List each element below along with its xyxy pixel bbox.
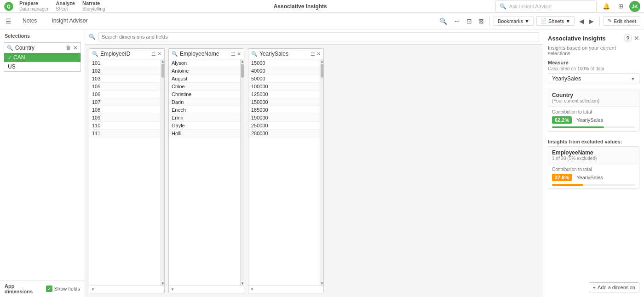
- employee-name-scrollbar[interactable]: ▲ ▼: [240, 59, 244, 286]
- sheets-label: Sheets: [548, 18, 564, 24]
- employee-insight-card: EmployeeName 1 of 20 (5% excluded) Contr…: [548, 146, 639, 189]
- close-panel-button[interactable]: ✕: [634, 34, 639, 42]
- insights-subtitle: Insights based on your current selection…: [548, 45, 639, 56]
- employee-name-table-header: 🔍 EmployeeName ☰ ✕: [169, 49, 244, 59]
- search-dims-input[interactable]: [98, 32, 539, 41]
- employee-id-rows: 101 102 103 105 106 107 108 109 110 111: [89, 59, 161, 286]
- avatar[interactable]: JK: [629, 1, 640, 12]
- smart-search-button[interactable]: 🔍: [437, 17, 449, 26]
- table-row[interactable]: Erinn: [169, 114, 240, 122]
- filter-button[interactable]: ⊡: [465, 17, 474, 26]
- menu-toggle-button[interactable]: ☰: [4, 17, 13, 26]
- field-search-icon: 🔍: [7, 45, 13, 51]
- fullscreen-button[interactable]: ⊠: [477, 17, 486, 26]
- table-search-icon: 🔍: [172, 51, 178, 57]
- table-list-icon-button[interactable]: ☰: [151, 51, 156, 57]
- measure-label: Measure: [548, 60, 639, 65]
- help-button[interactable]: ?: [624, 34, 632, 42]
- search-dims-bar: 🔍: [85, 29, 543, 45]
- sheets-icon: 📄: [540, 18, 547, 24]
- selection-mode-button[interactable]: ↔: [452, 17, 462, 26]
- table-row[interactable]: 103: [89, 75, 161, 83]
- add-dimension-button[interactable]: + Add a dimension: [589, 282, 639, 292]
- scroll-down-button[interactable]: ▼: [320, 281, 323, 286]
- table-list-icon-button[interactable]: ☰: [310, 51, 315, 57]
- notification-button[interactable]: 🔔: [600, 2, 612, 11]
- table-row[interactable]: 150000: [248, 98, 320, 106]
- table-row[interactable]: 125000: [248, 91, 320, 98]
- scroll-up-button[interactable]: ▲: [161, 59, 164, 63]
- edit-sheet-button[interactable]: ✎ Edit sheet: [604, 16, 640, 26]
- list-item[interactable]: US: [4, 62, 80, 71]
- measure-section: Measure Calculated on 100% of data Yearl…: [548, 60, 639, 84]
- measure-dropdown[interactable]: YearlySales ▼: [548, 73, 639, 84]
- show-fields-toggle[interactable]: ✓ Show fields: [46, 286, 80, 292]
- yearly-sales-scrollbar[interactable]: ▲ ▼: [320, 59, 323, 286]
- sheets-dropdown[interactable]: 📄 Sheets ▼: [536, 16, 575, 26]
- contribution-bar: [552, 126, 604, 128]
- employee-name-table-inner: Alyson Antoine August Chloe Christine Da…: [169, 59, 244, 286]
- table-row[interactable]: 109: [89, 114, 161, 122]
- analyze-section: Analyze Sheet: [56, 0, 75, 12]
- field-clear-button[interactable]: 🗑: [66, 45, 71, 51]
- table-row[interactable]: Antoine: [169, 67, 240, 75]
- table-icons: ☰ ✕: [231, 51, 241, 57]
- table-remove-icon-button[interactable]: ✕: [237, 51, 241, 57]
- footer-down-button[interactable]: ▼: [250, 287, 254, 291]
- table-row[interactable]: Christine: [169, 91, 240, 98]
- prev-sheet-button[interactable]: ◀: [577, 17, 586, 26]
- measure-sub: Calculated on 100% of data: [548, 66, 639, 71]
- table-row[interactable]: Alyson: [169, 59, 240, 67]
- field-remove-button[interactable]: ✕: [73, 45, 78, 51]
- selection-field-header: 🔍 Country 🗑 ✕: [4, 43, 80, 53]
- plus-icon: +: [593, 285, 596, 290]
- insight-advisor-bar[interactable]: 🔍 Ask Insight Advisor: [495, 0, 597, 12]
- selection-list: ✓ CAN US: [4, 53, 80, 71]
- table-row[interactable]: 108: [89, 106, 161, 114]
- table-row[interactable]: 280000: [248, 130, 320, 137]
- table-row[interactable]: 100000: [248, 83, 320, 91]
- bookmarks-dropdown[interactable]: Bookmarks ▼: [494, 17, 534, 26]
- yearly-sales-table-header: 🔍 YearlySales ☰ ✕: [248, 49, 323, 59]
- scroll-up-button[interactable]: ▲: [241, 59, 244, 63]
- scroll-down-button[interactable]: ▼: [161, 281, 164, 286]
- table-row[interactable]: Chloe: [169, 83, 240, 91]
- measure-selected: YearlySales: [552, 75, 631, 82]
- table-row[interactable]: Enoch: [169, 106, 240, 114]
- scroll-up-button[interactable]: ▲: [320, 59, 323, 63]
- employee-name-table: 🔍 EmployeeName ☰ ✕ Alyson Antoine August…: [168, 48, 244, 293]
- table-row[interactable]: 102: [89, 67, 161, 75]
- table-row[interactable]: 105: [89, 83, 161, 91]
- table-row[interactable]: 50000: [248, 75, 320, 83]
- table-row[interactable]: 101: [89, 59, 161, 67]
- table-row[interactable]: 185000: [248, 106, 320, 114]
- table-row[interactable]: 107: [89, 98, 161, 106]
- list-item[interactable]: ✓ CAN: [4, 53, 80, 62]
- table-row[interactable]: 15000: [248, 59, 320, 67]
- table-list-icon-button[interactable]: ☰: [231, 51, 236, 57]
- scroll-down-button[interactable]: ▼: [241, 281, 244, 286]
- table-row[interactable]: 250000: [248, 122, 320, 130]
- footer-down-button[interactable]: ▼: [91, 287, 95, 291]
- table-row[interactable]: Gayle: [169, 122, 240, 130]
- tab-insight-advisor[interactable]: Insight Advisor: [46, 16, 93, 27]
- tab-notes[interactable]: Notes: [17, 16, 42, 27]
- table-row[interactable]: 110: [89, 122, 161, 130]
- table-row[interactable]: 106: [89, 91, 161, 98]
- table-row[interactable]: 111: [89, 130, 161, 137]
- footer-down-button[interactable]: ▼: [171, 287, 174, 291]
- next-sheet-button[interactable]: ▶: [587, 17, 596, 26]
- table-row[interactable]: 190000: [248, 114, 320, 122]
- apps-grid-button[interactable]: ⊞: [616, 2, 626, 11]
- table-row[interactable]: Darin: [169, 98, 240, 106]
- yearly-sales-rows: 15000 40000 50000 100000 125000 150000 1…: [248, 59, 320, 286]
- table-row[interactable]: 40000: [248, 67, 320, 75]
- employee-id-scrollbar[interactable]: ▲ ▼: [161, 59, 164, 286]
- table-remove-icon-button[interactable]: ✕: [316, 51, 321, 57]
- right-panel: Associative insights ? ✕ Insights based …: [543, 29, 644, 297]
- table-row[interactable]: Holli: [169, 130, 240, 137]
- show-fields-label: Show fields: [54, 286, 80, 291]
- table-remove-icon-button[interactable]: ✕: [157, 51, 161, 57]
- table-row[interactable]: August: [169, 75, 240, 83]
- nav-arrows: ◀ ▶: [577, 17, 596, 26]
